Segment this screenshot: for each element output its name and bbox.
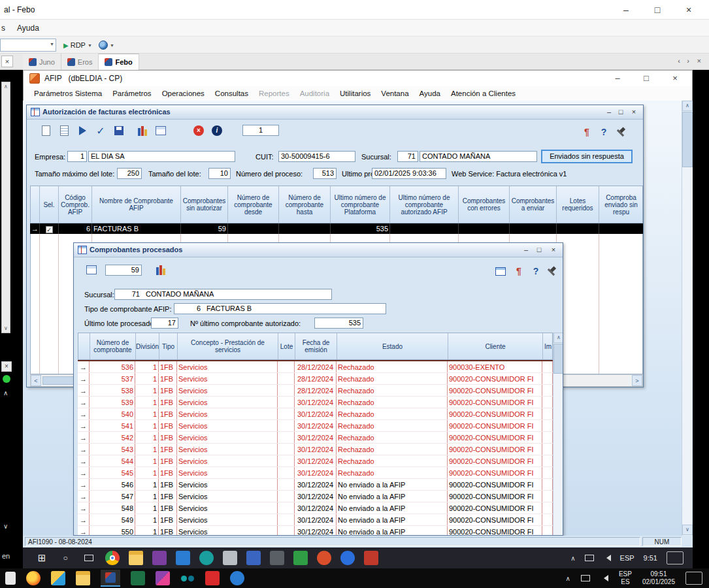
new-document-button[interactable] bbox=[37, 122, 54, 139]
help-button[interactable]: ? bbox=[595, 123, 612, 140]
report-button[interactable] bbox=[152, 261, 169, 278]
column-header[interactable]: Comproba enviado sin respu bbox=[599, 186, 644, 223]
empresa-code-field[interactable]: 1 bbox=[67, 151, 87, 162]
report-button[interactable] bbox=[134, 122, 151, 139]
afip-menu-item[interactable]: Utilitarios bbox=[335, 90, 376, 97]
afip-menu-item[interactable]: Atención a Clientes bbox=[446, 90, 521, 97]
export-grid-button[interactable] bbox=[83, 261, 100, 278]
column-header[interactable]: Número de comprobante desde bbox=[228, 186, 279, 223]
network-icon[interactable] bbox=[581, 575, 590, 581]
afip-menu-item[interactable]: Ayuda bbox=[414, 90, 446, 97]
table-row[interactable]: → 547 1 1FB Servicios 30/12/2024 No envi… bbox=[78, 491, 553, 502]
afip-menu-item[interactable]: Ventana bbox=[376, 90, 414, 97]
tam-lote-field[interactable]: 10 bbox=[208, 168, 231, 179]
background-window-scrollbar[interactable]: ∧ ∨ bbox=[1, 82, 10, 333]
scroll-right-icon[interactable]: > bbox=[632, 375, 642, 386]
calendar-app-button[interactable] bbox=[293, 551, 308, 565]
column-header[interactable]: Nombre de Comprobante AFIP bbox=[92, 186, 181, 223]
column-header[interactable]: Lote bbox=[278, 333, 295, 359]
file-explorer-button[interactable] bbox=[76, 571, 90, 585]
view-table-button[interactable] bbox=[492, 263, 509, 280]
child-close-button[interactable]: × bbox=[548, 245, 559, 255]
firefox-button[interactable] bbox=[26, 571, 41, 585]
edit-app-button[interactable] bbox=[246, 551, 261, 565]
empresa-name-field[interactable]: EL DIA SA bbox=[88, 151, 235, 162]
column-header[interactable]: Código Comprob. AFIP bbox=[59, 186, 92, 223]
outer-minimize-button[interactable]: – bbox=[611, 0, 641, 20]
column-header[interactable]: División bbox=[136, 333, 159, 359]
child-close-button[interactable]: × bbox=[629, 107, 639, 118]
session-tab[interactable]: Febo bbox=[99, 54, 139, 70]
remote-notification-button[interactable] bbox=[667, 551, 684, 564]
column-header[interactable]: Ultimo número de comprobante Plataforma bbox=[331, 186, 390, 223]
excel-button[interactable] bbox=[131, 571, 145, 585]
scroll-down-icon[interactable]: ∨ bbox=[682, 525, 693, 535]
remote-lang-indicator[interactable]: ESP bbox=[620, 554, 635, 562]
document-taskbar-icon[interactable] bbox=[5, 572, 16, 585]
table-row[interactable]: → 541 1 1FB Servicios 30/12/2024 Rechaza… bbox=[78, 420, 553, 432]
tab-list-close-icon[interactable]: × bbox=[697, 57, 701, 65]
address-combo[interactable]: ▼ bbox=[0, 39, 56, 52]
tools-button[interactable] bbox=[543, 263, 560, 280]
scroll-up-icon[interactable]: ∧ bbox=[4, 84, 8, 90]
edge-app-button[interactable] bbox=[317, 551, 331, 565]
process-count-field[interactable]: 1 bbox=[242, 125, 279, 136]
design-app-button[interactable] bbox=[51, 571, 65, 585]
auth-selected-row[interactable]: → ✓ 6 FACTURAS B 59 535 bbox=[30, 223, 643, 234]
document-app-button[interactable] bbox=[223, 551, 237, 565]
table-row[interactable]: → 538 1 1FB Servicios 28/12/2024 Rechaza… bbox=[78, 385, 553, 397]
scroll-up-icon[interactable]: ∧ bbox=[553, 333, 563, 343]
num-proceso-field[interactable]: 513 bbox=[313, 168, 337, 179]
column-header[interactable]: Ultimo número de comprobante autorizado … bbox=[390, 186, 459, 223]
sucursal-code-field[interactable]: 71 bbox=[397, 151, 418, 162]
table-row[interactable]: → 539 1 1FB Servicios 30/12/2024 Rechaza… bbox=[78, 397, 553, 408]
table-row[interactable]: → 537 1 1FB Servicios 28/12/2024 Rechaza… bbox=[78, 373, 553, 385]
session-tab[interactable]: Eros bbox=[61, 54, 99, 70]
session-tab[interactable]: Juno bbox=[23, 54, 61, 70]
info-button[interactable]: i bbox=[208, 122, 225, 139]
tab-scroll-left-icon[interactable]: ‹ bbox=[678, 57, 680, 65]
proc-vertical-scrollbar[interactable]: ∧ bbox=[553, 333, 563, 536]
browser-app-button[interactable] bbox=[340, 551, 355, 565]
mdi-vertical-scrollbar[interactable]: ∧ ∨ bbox=[682, 101, 692, 536]
speaker-icon[interactable] bbox=[601, 575, 608, 581]
pdf-app-button[interactable] bbox=[205, 571, 220, 585]
file-explorer-button[interactable] bbox=[129, 551, 143, 565]
media-app-button[interactable] bbox=[180, 571, 195, 585]
cuit-field[interactable]: 30-50009415-6 bbox=[278, 151, 355, 162]
column-header[interactable]: Im bbox=[543, 333, 553, 359]
tipo-comprobante-field[interactable]: 6 FACTURAS B bbox=[174, 303, 386, 314]
afip-menu-item[interactable]: Consultas bbox=[210, 90, 254, 97]
print-button[interactable]: ¶ bbox=[578, 123, 595, 140]
child-maximize-button[interactable]: □ bbox=[534, 245, 544, 255]
export-grid-button[interactable] bbox=[152, 122, 169, 139]
child-minimize-button[interactable]: – bbox=[521, 245, 531, 255]
afip-menu-item[interactable]: Parámetros Sistema bbox=[29, 90, 107, 97]
column-header[interactable]: Número de comprobante hasta bbox=[279, 186, 331, 223]
rdp-client-button[interactable] bbox=[101, 570, 120, 587]
tab-close-button[interactable]: × bbox=[1, 56, 13, 67]
table-row[interactable]: → 546 1 1FB Servicios 30/12/2024 No envi… bbox=[78, 479, 553, 491]
menu-item-partial[interactable]: s bbox=[1, 24, 5, 33]
teams-app-button[interactable] bbox=[199, 551, 214, 565]
checkbox-checked-icon[interactable]: ✓ bbox=[46, 226, 53, 233]
background-close-button[interactable]: × bbox=[1, 361, 12, 372]
ultimo-proceso-field[interactable]: 02/01/2025 9:03:36 bbox=[372, 168, 446, 179]
task-view-button[interactable] bbox=[82, 551, 96, 565]
afip-minimize-button[interactable]: – bbox=[603, 71, 632, 86]
child-maximize-button[interactable]: □ bbox=[616, 107, 626, 118]
column-header[interactable]: Comprobantes con errores bbox=[459, 186, 510, 223]
rdp-connect-button[interactable]: ▶ RDP ▼ bbox=[60, 39, 95, 52]
office-app-button[interactable] bbox=[152, 551, 167, 565]
table-row[interactable]: → 544 1 1FB Servicios 30/12/2024 Rechaza… bbox=[78, 455, 553, 467]
search-button[interactable]: ○ bbox=[58, 551, 73, 565]
scroll-down-icon[interactable]: ∨ bbox=[3, 523, 8, 530]
web-button[interactable]: ▼ bbox=[95, 39, 118, 52]
column-header[interactable]: Comprobantes a enviar bbox=[510, 186, 557, 223]
column-header[interactable]: Sel. bbox=[40, 186, 59, 223]
network-icon[interactable] bbox=[585, 555, 594, 561]
column-header[interactable]: Estado bbox=[337, 333, 448, 359]
table-row[interactable]: → 542 1 1FB Servicios 30/12/2024 Rechaza… bbox=[78, 432, 553, 444]
word-app-button[interactable] bbox=[176, 551, 190, 565]
scroll-down-icon[interactable]: ∨ bbox=[4, 325, 8, 331]
